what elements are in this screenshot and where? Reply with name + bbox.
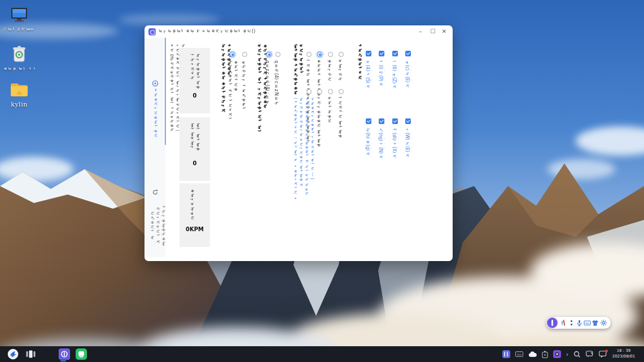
radio-label[interactable]: ᠮᠣᠩᠭᠣᠯ ᠪᠠ ᠯᠠᠲ᠋ᠢᠨ ᠬᠣᠯᠢᠮᠠᠭ ᠣᠷᠣᠭᠤᠯᠤᠯᠲᠠ	[227, 60, 239, 127]
taskbar: › 16 : 39 2023/08/01	[0, 346, 644, 362]
radio-label[interactable]: ᠨᠠᠢᠮᠠ ᠦᠰᠦᠭ	[337, 96, 344, 150]
radio-label[interactable]: ᠵᠢᠷᠭᠤᠭ᠎ᠠ ᠦᠰᠦᠭ	[316, 96, 322, 150]
stat-value: 0KPM	[179, 226, 210, 232]
checkbox-label[interactable]: ᠸ(W) ᠡ(E) ᠢ ᠬᠡᠷᠡᠭᠯᠡᠬᠦ	[404, 128, 411, 189]
stat-card-total: ᠨᠡᠶᠢᠲᠡ ᠣᠷᠣᠭᠤᠯᠤᠭᠰᠠᠨ ᠦᠰᠦᠭ 0	[179, 48, 210, 113]
section4-header: ᠰᠣᠩᠭᠣᠯᠲᠠ	[357, 44, 362, 79]
sidebar-divider	[165, 38, 166, 145]
radio-select-key-8[interactable]	[339, 89, 344, 94]
tray-cloud-icon[interactable]	[528, 351, 537, 357]
folder-icon	[10, 82, 29, 98]
radio-label[interactable]: q = z c = ᠪ(4) ; = ᠡ	[264, 60, 271, 131]
desktop-icon-trash[interactable]: ᠬᠣᠭ ᠤᠨ ᠰᠠᠪᠠ	[3, 45, 35, 72]
sidebar-tab-settings[interactable]: ᠲᠣᠬᠢᠷᠠᠭᠤᠯᠭ᠎ᠠ	[144, 80, 165, 130]
minimize-button[interactable]: –	[415, 27, 426, 36]
window-titlebar[interactable]: ᠣᠷᠣᠭᠤᠯᠬᠤ ᠪ ᠲᠣᠬᠢᠷᠠᠭᠤᠯᠭ᠎ᠠ(᠎) – ☐ ✕	[144, 25, 453, 38]
microphone-icon[interactable]	[576, 319, 583, 326]
maximize-button[interactable]: ☐	[428, 27, 438, 36]
taskbar-app-ime-settings[interactable]	[58, 346, 71, 362]
stat-label: ᠨᠡᠶᠢᠲᠡ ᠣᠷᠣᠭᠤᠯᠤᠭᠰᠠᠨ ᠦᠰᠦᠭ	[189, 54, 200, 89]
stat-value: 0	[179, 92, 210, 99]
settings-icon	[152, 80, 159, 87]
radio-label[interactable]: ᠴᠡᠪᠡᠷ ᠮᠣᠩᠭᠣᠯ ᠣᠷᠣᠭᠤᠯᠤᠯᠲᠠ	[240, 60, 247, 117]
tray-keyboard-icon[interactable]	[515, 351, 523, 357]
tray-battery-icon[interactable]	[542, 351, 548, 358]
sidebar-tab-label: ᠲᠣᠬᠢᠷᠠᠭᠤᠯᠭ᠎ᠠ	[152, 89, 158, 128]
stat-value: 0	[179, 160, 210, 166]
checkbox-label[interactable]: ᠩ(ng) ᠨ(N) ᠢ ᠬᠡᠷᠡᠭᠯᠡᠬᠦ	[378, 128, 385, 189]
usage-hint-text: ᠲᠠ 0% ᠪᠢᠴᠢᠭᠯᠡᠯ ᠦᠨ ᠮᠡᠳᠡᠭᠡ ᠵᠠᠩᠭᠢ ᠪᠠᠨ ᠦᠵᠡᠵᠦ…	[169, 44, 177, 145]
checkbox-label[interactable]: ᠯ(l) ᠫ(P) ᠢ ᠬᠡᠷᠡᠭᠯᠡᠬᠦ	[378, 60, 385, 118]
desktop: ᠺᠣᠮᠫᠢᠦ᠋ᠲ᠋ᠧᠷ ᠬᠣᠭ ᠤᠨ ᠰᠠᠪᠠ kylin ᠣᠷᠣᠭᠤᠯᠬᠤ ᠪ…	[0, 0, 644, 362]
radio-label[interactable]: ᠲᠠᠪᠤ ᠦᠰᠦᠭ ᠦᠨ	[305, 96, 312, 150]
task-view-button[interactable]	[24, 346, 37, 362]
ime-toolbar	[546, 317, 611, 329]
ime-logo-icon[interactable]	[547, 317, 558, 328]
checkbox-label[interactable]: ᠱ(sh) ᠰ(X) ᠢ ᠬᠡᠷᠡᠭᠯᠡᠬᠦ	[391, 128, 398, 189]
checkbox-label[interactable]: ᠳ(4) ᠰ(S) ᠢ ᠬᠡᠷᠡᠭᠯᠡᠬᠦ	[365, 60, 372, 118]
stat-card-speed: ᠬᠤᠷᠳᠤᠴᠠ 0KPM	[179, 183, 210, 247]
radio-keymap-a[interactable]	[266, 52, 271, 57]
radio-label[interactable]: ᠳᠣᠯᠣᠭ᠎ᠠ ᠳᠠᠷᠤᠭᠤᠯ ᠤᠨ	[326, 96, 333, 150]
stat-label: ᠥᠨᠥᠳᠥᠷ ᠦᠨ ᠦᠰᠦᠭ	[189, 123, 200, 158]
gear-icon[interactable]	[600, 319, 607, 326]
clock-time: 16 : 39	[608, 348, 639, 354]
close-button[interactable]: ✕	[439, 27, 449, 36]
reset-icon	[152, 189, 159, 196]
tray-notification-icon[interactable]	[599, 351, 607, 357]
radio-input-mode-mixed[interactable]	[230, 52, 235, 57]
desktop-icon-label: kylin	[3, 101, 35, 108]
checkbox-letters-WE[interactable]	[405, 118, 411, 124]
tray-ime-indicator[interactable]	[502, 350, 510, 358]
radio-keymap-b[interactable]	[275, 52, 281, 57]
stat-label: ᠬᠤᠷᠳᠤᠴᠠ	[189, 189, 200, 220]
taskbar-app-green[interactable]	[75, 346, 88, 362]
window-title: ᠣᠷᠣᠭᠤᠯᠬᠤ ᠪ ᠲᠣᠬᠢᠷᠠᠭᠤᠯᠭ᠎ᠠ(᠎)	[159, 29, 255, 34]
radio-select-key-4[interactable]	[339, 52, 344, 57]
radio-input-mode-pure[interactable]	[242, 52, 247, 57]
ime-mode-letter-icon[interactable]	[560, 319, 567, 326]
ime-settings-app-icon	[59, 348, 70, 360]
radio-select-key-6[interactable]	[317, 89, 322, 94]
desktop-icon-label: ᠬᠣᠭ ᠤᠨ ᠰᠠᠪᠠ	[3, 67, 35, 72]
radio-select-key-7[interactable]	[328, 89, 333, 94]
taskbar-clock[interactable]: 16 : 39 2023/08/01	[608, 348, 639, 359]
checkbox-letters-shX[interactable]	[392, 118, 398, 124]
ime-settings-window: ᠣᠷᠣᠭᠤᠯᠬᠤ ᠪ ᠲᠣᠬᠢᠷᠠᠭᠤᠯᠭ᠎ᠠ(᠎) – ☐ ✕ ᠲᠣᠬᠢᠷᠠᠭ…	[144, 25, 453, 261]
desktop-icon-kylin-folder[interactable]: kylin	[3, 82, 35, 108]
stat-card-today: ᠥᠨᠥᠳᠥᠷ ᠦᠨ ᠦᠰᠦᠭ 0	[179, 117, 210, 181]
checkbox-label[interactable]: ᠾ(h) ᠭ(g) ᠢ ᠬᠡᠷᠡᠭᠯᠡᠬᠦ	[365, 128, 372, 189]
checkbox-letters-6Z[interactable]	[392, 51, 398, 56]
keyboard-icon[interactable]	[584, 319, 591, 326]
radio-select-key-2[interactable]	[317, 52, 322, 57]
computer-icon	[10, 7, 29, 24]
system-tray: ›	[502, 346, 607, 362]
desktop-icon-computer[interactable]: ᠺᠣᠮᠫᠢᠦ᠋ᠲ᠋ᠧᠷ	[3, 7, 35, 32]
radio-select-key-5[interactable]	[306, 89, 312, 94]
radio-select-key-3[interactable]	[328, 52, 333, 57]
radio-label[interactable]: q = ᠪ(4) c = z N = ᠡ	[273, 60, 281, 131]
sidebar: ᠲᠣᠬᠢᠷᠠᠭᠤᠯᠭ᠎ᠠ ᠠᠩᠬᠠᠨ ᠤ ᠪᠠᠶᠢᠳᠠᠯ ᠢ ᠰᠡᠷᠭᠦᠭᠡᠬᠦ	[144, 38, 165, 257]
checkbox-letters-lP[interactable]	[379, 51, 384, 56]
checkbox-letters-hg[interactable]	[366, 118, 371, 124]
section3-header: ᠦᠰᠦᠭ ᠰᠣᠩᠭᠣᠬᠤ ᠳᠠᠷᠤᠭᠤᠯ	[292, 44, 304, 96]
checkbox-label[interactable]: ᠴ(c) ᠡ(E) ᠢ ᠬᠡᠷᠡᠭᠯᠡᠬᠦ	[404, 60, 411, 118]
trash-icon	[11, 45, 28, 63]
clock-date: 2023/08/01	[608, 354, 639, 359]
tray-screenshot-icon[interactable]	[553, 350, 561, 358]
task-view-icon	[26, 350, 36, 359]
tray-feedback-icon[interactable]	[586, 351, 594, 357]
start-button[interactable]	[6, 346, 20, 362]
tray-expand-chevron[interactable]: ›	[566, 351, 568, 357]
punctuation-icon[interactable]	[568, 319, 575, 326]
skin-theme-icon[interactable]	[592, 319, 599, 326]
tray-search-icon[interactable]	[573, 351, 581, 358]
checkbox-label[interactable]: ᠨ(6) ᠽ(Z) ᠢ ᠬᠡᠷᠡᠭᠯᠡᠬᠦ	[391, 60, 398, 118]
section3-note: ( ᠰᠣᠩᠭᠣᠯᠲᠠ ᠄ ᠡᠮᠦᠨ᠎ᠡ ᠂ ᠬᠣᠶᠢᠨ᠎ᠠ ᠂ ᠤᠷᠢᠳᠤ ᠪᠤ…	[292, 98, 315, 216]
checkbox-letters-ngN[interactable]	[379, 118, 384, 124]
sidebar-tab-restore-defaults[interactable]: ᠠᠩᠬᠠᠨ ᠤ ᠪᠠᠶᠢᠳᠠᠯ ᠢ ᠰᠡᠷᠭᠦᠭᠡᠬᠦ	[144, 189, 165, 256]
radio-select-key-1[interactable]	[306, 52, 312, 57]
checkbox-letters-cE[interactable]	[405, 51, 411, 56]
active-app-indicator	[60, 360, 66, 361]
checkbox-letters-4S[interactable]	[366, 51, 371, 56]
